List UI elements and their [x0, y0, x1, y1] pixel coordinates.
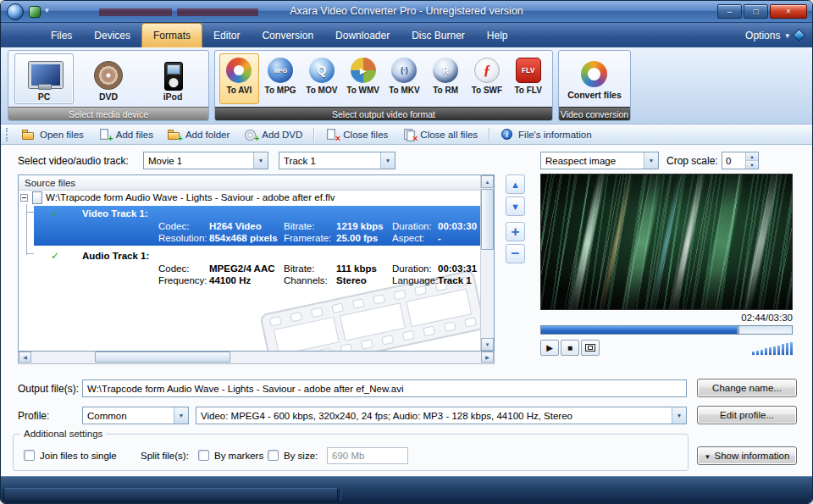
- format-to-flv[interactable]: To FLV: [508, 53, 548, 104]
- scrollbar-thumb[interactable]: [481, 189, 494, 250]
- reaspect-combo[interactable]: Reaspect image: [540, 152, 659, 169]
- video-file-icon: [31, 191, 42, 203]
- convert-panel-caption: Video conversion: [559, 107, 630, 120]
- maximize-button[interactable]: □: [744, 4, 768, 19]
- toolbar-grip[interactable]: [6, 128, 9, 141]
- menu-downloader[interactable]: Downloader: [324, 23, 401, 47]
- output-file-input[interactable]: [82, 379, 687, 397]
- minimize-button[interactable]: –: [717, 4, 742, 19]
- options-menu[interactable]: Options: [745, 30, 780, 42]
- matroska-icon: [391, 58, 417, 83]
- source-file-row[interactable]: W:\Trapcode form Audio Wave - Lights - S…: [19, 191, 480, 204]
- format-to-mov[interactable]: To MOV: [301, 53, 341, 104]
- edit-profile-label: Edit profile...: [720, 410, 774, 420]
- menu-help[interactable]: Help: [476, 23, 519, 47]
- scroll-left-icon[interactable]: [19, 352, 31, 363]
- scroll-up-icon[interactable]: [481, 175, 494, 188]
- format-to-mkv[interactable]: To MKV: [384, 53, 424, 104]
- by-size-checkbox[interactable]: [268, 450, 279, 461]
- tree-connector: [26, 212, 34, 213]
- horizontal-scrollbar[interactable]: [18, 352, 495, 364]
- format-to-rm[interactable]: To RM: [426, 53, 466, 104]
- chevron-down-icon[interactable]: ▾: [785, 31, 789, 40]
- add-dvd-button[interactable]: Add DVD: [241, 126, 306, 143]
- spin-up-icon[interactable]: [746, 152, 758, 161]
- seek-bar-thumb[interactable]: [737, 325, 739, 335]
- menu-devices[interactable]: Devices: [83, 23, 141, 47]
- scrollbar-thumb[interactable]: [95, 352, 230, 363]
- scroll-down-icon[interactable]: [481, 338, 494, 351]
- spin-down-icon[interactable]: [746, 161, 758, 169]
- device-ipod[interactable]: iPod: [143, 53, 202, 104]
- fullscreen-icon: [585, 344, 595, 352]
- close-files-icon: [325, 128, 340, 141]
- add-files-button[interactable]: Add files: [95, 126, 157, 143]
- change-name-button[interactable]: Change name...: [697, 379, 797, 397]
- source-files-header[interactable]: Source files: [19, 175, 480, 191]
- menu-formats[interactable]: Formats: [141, 23, 202, 47]
- menu-editor[interactable]: Editor: [202, 23, 251, 47]
- profile-combo[interactable]: Common: [82, 407, 189, 424]
- join-files-checkbox[interactable]: [24, 450, 35, 461]
- gem-icon[interactable]: [793, 29, 806, 42]
- move-up-button[interactable]: [506, 174, 525, 194]
- remove-track-button[interactable]: [506, 244, 525, 263]
- track-select-value: Track 1: [279, 156, 380, 166]
- split-size-input[interactable]: [327, 447, 408, 464]
- volume-control[interactable]: [739, 341, 793, 355]
- video-track-row[interactable]: ✓ Video Track 1: Codec:H264 Video Bitrat…: [34, 206, 480, 246]
- info-icon: [501, 128, 515, 141]
- pc-monitor-icon: [27, 61, 61, 90]
- chevron-down-icon[interactable]: [253, 152, 268, 169]
- by-markers-checkbox[interactable]: [198, 450, 209, 461]
- format-to-swf[interactable]: To SWF: [467, 53, 506, 104]
- fullscreen-button[interactable]: [581, 340, 600, 356]
- vertical-scrollbar[interactable]: [480, 175, 494, 351]
- convert-swirl-icon: [581, 61, 607, 87]
- windows-media-icon: [351, 58, 376, 83]
- seek-bar[interactable]: [540, 325, 793, 335]
- convert-files-button[interactable]: Convert files: [567, 58, 622, 100]
- menu-disc-burner[interactable]: Disc Burner: [401, 23, 476, 47]
- format-to-wmv[interactable]: To WMV: [343, 53, 383, 104]
- device-pc[interactable]: PC: [14, 53, 74, 104]
- source-files-list: Source files: [18, 174, 495, 352]
- menu-files[interactable]: Files: [40, 23, 83, 47]
- close-files-button[interactable]: Close files: [322, 126, 391, 143]
- edit-profile-button[interactable]: Edit profile...: [697, 406, 797, 424]
- chevron-down-icon[interactable]: [672, 407, 686, 424]
- chevron-down-icon[interactable]: [174, 407, 188, 424]
- convert-files-label: Convert files: [567, 90, 622, 100]
- profile-settings-combo[interactable]: Video: MPEG4 - 600 kbps, 320x240, 24 fps…: [196, 407, 687, 424]
- play-button[interactable]: [540, 340, 559, 356]
- close-all-files-button[interactable]: Close all files: [399, 126, 481, 143]
- format-to-avi[interactable]: To AVI: [219, 53, 259, 104]
- format-to-mpg[interactable]: To MPG: [261, 53, 301, 104]
- chevron-down-icon[interactable]: [644, 152, 658, 169]
- open-files-button[interactable]: Open files: [19, 126, 87, 143]
- realmedia-icon: [433, 58, 458, 83]
- crop-scale-input[interactable]: [722, 152, 745, 169]
- close-button[interactable]: ×: [770, 4, 807, 19]
- chevron-down-icon[interactable]: [380, 152, 395, 169]
- crop-scale-stepper[interactable]: [722, 152, 759, 169]
- add-dvd-label: Add DVD: [262, 130, 302, 140]
- scroll-right-icon[interactable]: [481, 352, 494, 363]
- move-down-button[interactable]: [506, 197, 525, 216]
- files-information-button[interactable]: File's information: [497, 126, 595, 143]
- stop-button[interactable]: [561, 340, 579, 356]
- show-information-label: Show information: [715, 451, 790, 461]
- flv-icon: [516, 58, 541, 83]
- audio-track-row[interactable]: ✓ Audio Track 1: Codec:MPEG2/4 AAC Bitra…: [34, 248, 480, 288]
- close-all-files-label: Close all files: [420, 130, 478, 140]
- movie-select-combo[interactable]: Movie 1: [143, 152, 268, 169]
- device-label: iPod: [163, 91, 183, 102]
- menu-conversion[interactable]: Conversion: [251, 23, 324, 47]
- tree-collapse-icon[interactable]: [20, 194, 28, 202]
- device-dvd[interactable]: DVD: [79, 53, 138, 104]
- add-folder-button[interactable]: Add folder: [164, 126, 233, 143]
- add-track-button[interactable]: [506, 222, 525, 241]
- open-folder-icon: [22, 128, 36, 141]
- show-information-button[interactable]: Show information: [697, 446, 797, 465]
- track-select-combo[interactable]: Track 1: [279, 152, 395, 169]
